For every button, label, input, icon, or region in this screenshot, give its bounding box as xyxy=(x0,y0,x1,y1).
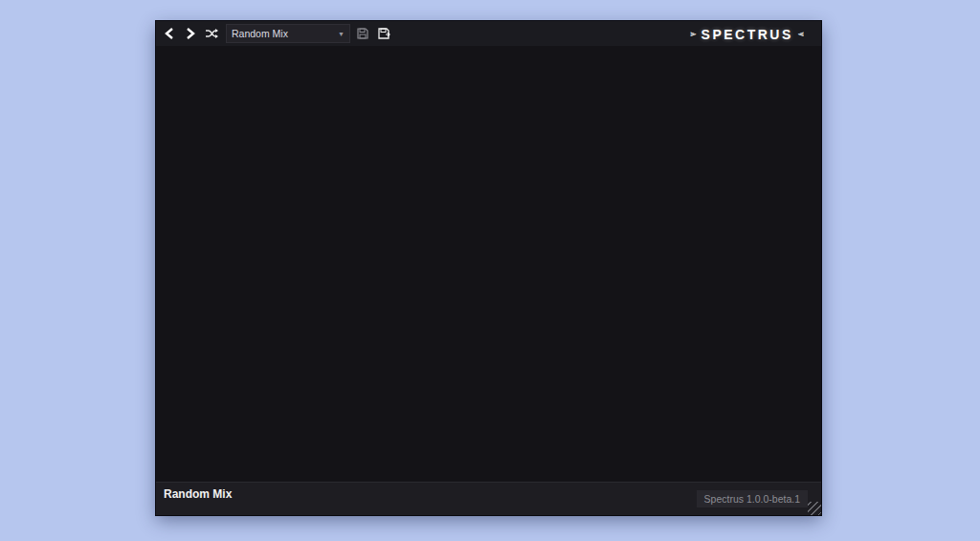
plugin-window: Random Mix ▼ ⫸ SPECTRUS ⫷ Random Mix Spe xyxy=(156,21,821,515)
spectrus-logo: ⫸ SPECTRUS ⫷ xyxy=(690,22,804,45)
logo-right-decoration: ⫷ xyxy=(798,29,804,38)
module-columns xyxy=(156,46,821,483)
toolbar: Random Mix ▼ ⫸ SPECTRUS ⫷ xyxy=(156,21,821,46)
prev-preset-button[interactable] xyxy=(161,25,178,42)
preset-dropdown[interactable]: Random Mix ▼ xyxy=(226,24,350,43)
next-preset-button[interactable] xyxy=(182,25,199,42)
save-icon[interactable] xyxy=(354,25,371,42)
resize-handle[interactable] xyxy=(808,502,821,515)
logo-left-decoration: ⫸ xyxy=(690,29,696,38)
current-preset-label: Random Mix xyxy=(164,487,232,501)
status-bar: Random Mix Spectrus 1.0.0-beta.1 xyxy=(156,482,821,515)
preset-name: Random Mix xyxy=(232,28,288,39)
chevron-down-icon: ▼ xyxy=(338,31,345,37)
save-as-icon[interactable] xyxy=(375,25,392,42)
version-label: Spectrus 1.0.0-beta.1 xyxy=(697,490,808,507)
shuffle-icon[interactable] xyxy=(203,25,220,42)
logo-text: SPECTRUS xyxy=(702,25,793,42)
